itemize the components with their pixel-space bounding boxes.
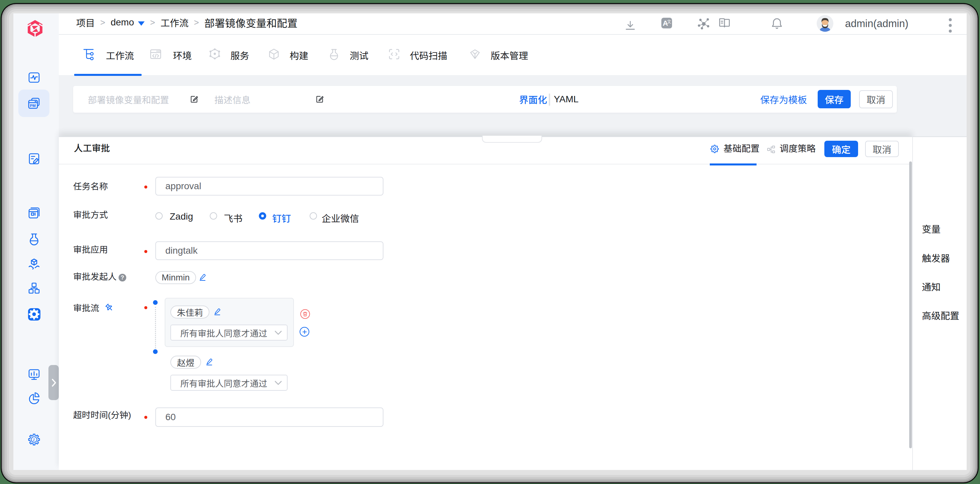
- svg-text:PM: PM: [30, 104, 36, 108]
- svg-text:Z: Z: [33, 437, 35, 442]
